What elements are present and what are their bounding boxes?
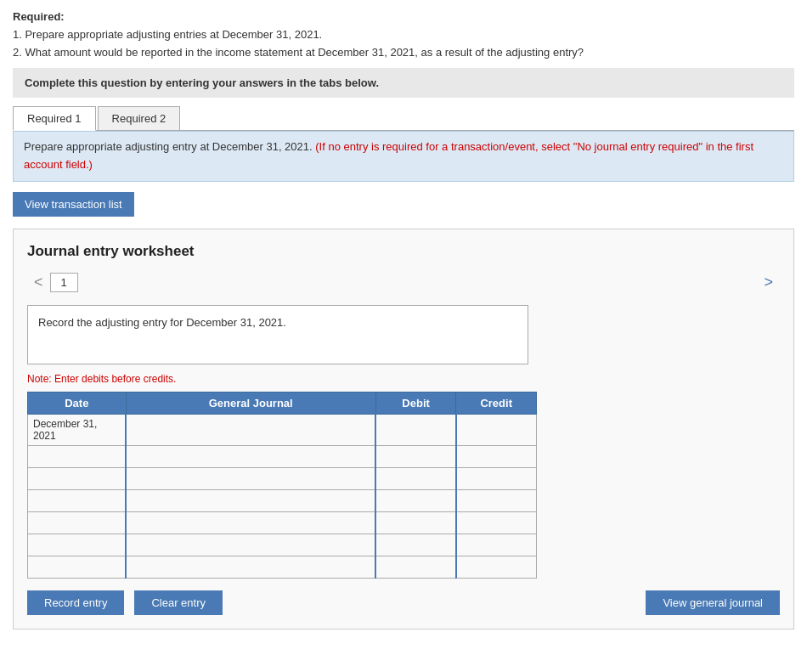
clear-entry-button[interactable]: Clear entry bbox=[134, 590, 223, 615]
credit-cell-4[interactable] bbox=[456, 489, 537, 511]
debit-input-2[interactable] bbox=[376, 446, 455, 467]
journal-input-5[interactable] bbox=[127, 512, 375, 534]
record-description-box: Record the adjusting entry for December … bbox=[27, 305, 528, 364]
col-header-journal: General Journal bbox=[126, 392, 375, 414]
table-row bbox=[28, 445, 537, 467]
credit-cell-2[interactable] bbox=[456, 445, 537, 467]
tab-required-2[interactable]: Required 2 bbox=[98, 106, 181, 130]
date-cell-4 bbox=[28, 489, 127, 511]
instruction-box: Complete this question by entering your … bbox=[13, 68, 794, 98]
journal-cell-1[interactable] bbox=[126, 414, 375, 445]
credit-input-6[interactable] bbox=[457, 534, 536, 556]
journal-input-1[interactable] bbox=[127, 415, 375, 445]
credit-cell-3[interactable] bbox=[456, 467, 537, 489]
journal-cell-6[interactable] bbox=[126, 534, 375, 556]
debit-input-3[interactable] bbox=[376, 468, 455, 489]
debit-cell-1[interactable] bbox=[375, 414, 456, 445]
tab-required-1[interactable]: Required 1 bbox=[13, 106, 96, 131]
col-header-debit: Debit bbox=[375, 392, 456, 414]
credit-input-2[interactable] bbox=[457, 446, 536, 467]
journal-table: Date General Journal Debit Credit Decemb… bbox=[27, 392, 537, 579]
journal-input-6[interactable] bbox=[127, 534, 375, 556]
date-cell-3 bbox=[28, 467, 127, 489]
credit-cell-7[interactable] bbox=[456, 556, 537, 578]
next-arrow-icon[interactable]: > bbox=[757, 272, 780, 293]
date-cell-7 bbox=[28, 556, 127, 578]
view-general-journal-button[interactable]: View general journal bbox=[646, 590, 780, 615]
journal-input-3[interactable] bbox=[127, 468, 375, 489]
journal-cell-4[interactable] bbox=[126, 489, 375, 511]
credit-cell-5[interactable] bbox=[456, 511, 537, 534]
date-cell-6 bbox=[28, 534, 127, 556]
debit-input-6[interactable] bbox=[376, 534, 455, 556]
credit-input-4[interactable] bbox=[457, 490, 536, 511]
nav-row: < 1 > bbox=[27, 272, 780, 293]
debit-cell-4[interactable] bbox=[375, 489, 456, 511]
required-label: Required: bbox=[13, 10, 65, 23]
credit-input-3[interactable] bbox=[457, 468, 536, 489]
debit-cell-5[interactable] bbox=[375, 511, 456, 534]
view-transaction-button[interactable]: View transaction list bbox=[13, 192, 134, 217]
debit-cell-6[interactable] bbox=[375, 534, 456, 556]
record-entry-button[interactable]: Record entry bbox=[27, 590, 124, 615]
table-row bbox=[28, 467, 537, 489]
table-row: December 31, 2021 bbox=[28, 414, 537, 445]
col-header-date: Date bbox=[28, 392, 127, 414]
note-text: Note: Enter debits before credits. bbox=[27, 373, 780, 385]
credit-input-7[interactable] bbox=[457, 556, 536, 578]
table-row bbox=[28, 489, 537, 511]
debit-input-1[interactable] bbox=[376, 415, 455, 445]
record-description-text: Record the adjusting entry for December … bbox=[38, 316, 286, 329]
question2: 2. What amount would be reported in the … bbox=[13, 44, 794, 62]
tabs-container: Required 1 Required 2 bbox=[13, 106, 794, 131]
journal-input-2[interactable] bbox=[127, 446, 375, 467]
table-row bbox=[28, 534, 537, 556]
info-box: Prepare appropriate adjusting entry at D… bbox=[13, 131, 794, 182]
debit-input-7[interactable] bbox=[376, 556, 455, 578]
question1: 1. Prepare appropriate adjusting entries… bbox=[13, 26, 794, 44]
credit-cell-6[interactable] bbox=[456, 534, 537, 556]
worksheet-container: Journal entry worksheet < 1 > Record the… bbox=[13, 229, 794, 630]
debit-input-4[interactable] bbox=[376, 490, 455, 511]
page-wrapper: Required: 1. Prepare appropriate adjusti… bbox=[0, 0, 807, 647]
instruction-text: Complete this question by entering your … bbox=[25, 76, 379, 89]
page-number: 1 bbox=[61, 276, 67, 289]
journal-cell-5[interactable] bbox=[126, 511, 375, 534]
journal-cell-7[interactable] bbox=[126, 556, 375, 578]
journal-cell-3[interactable] bbox=[126, 467, 375, 489]
journal-input-4[interactable] bbox=[127, 490, 375, 511]
credit-input-1[interactable] bbox=[457, 415, 536, 445]
credit-input-5[interactable] bbox=[457, 512, 536, 534]
info-text-part1: Prepare appropriate adjusting entry at D… bbox=[24, 140, 313, 153]
journal-input-7[interactable] bbox=[127, 556, 375, 578]
debit-cell-7[interactable] bbox=[375, 556, 456, 578]
table-row bbox=[28, 511, 537, 534]
debit-input-5[interactable] bbox=[376, 512, 455, 534]
credit-cell-1[interactable] bbox=[456, 414, 537, 445]
debit-cell-3[interactable] bbox=[375, 467, 456, 489]
date-cell-2 bbox=[28, 445, 127, 467]
date-cell-1: December 31, 2021 bbox=[28, 414, 127, 445]
required-header: Required: 1. Prepare appropriate adjusti… bbox=[13, 8, 794, 61]
worksheet-title: Journal entry worksheet bbox=[27, 243, 780, 260]
bottom-buttons: Record entry Clear entry View general jo… bbox=[27, 590, 780, 615]
journal-cell-2[interactable] bbox=[126, 445, 375, 467]
debit-cell-2[interactable] bbox=[375, 445, 456, 467]
col-header-credit: Credit bbox=[456, 392, 537, 414]
date-cell-5 bbox=[28, 511, 127, 534]
table-row bbox=[28, 556, 537, 578]
page-number-box: 1 bbox=[50, 273, 78, 292]
prev-arrow-icon[interactable]: < bbox=[27, 272, 50, 293]
